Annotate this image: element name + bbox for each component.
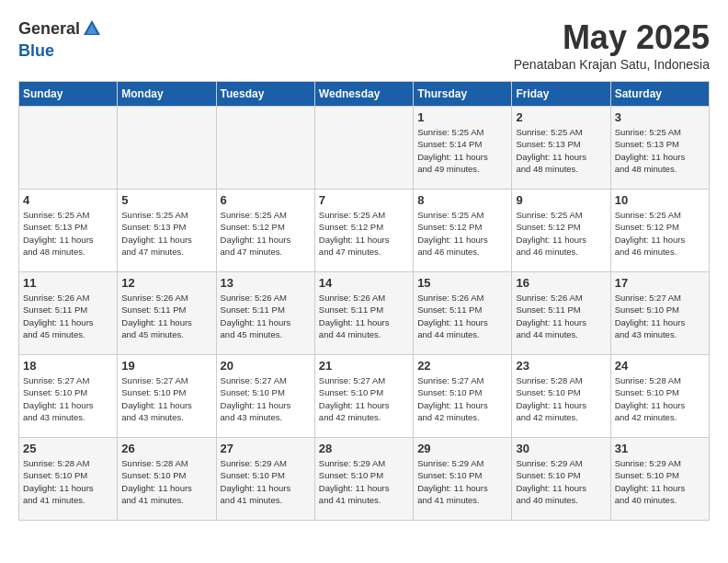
- header-day-monday: Monday: [118, 82, 216, 107]
- calendar-cell: 11Sunrise: 5:26 AMSunset: 5:11 PMDayligh…: [19, 272, 118, 355]
- day-info: Sunrise: 5:29 AMSunset: 5:10 PMDaylight:…: [417, 457, 507, 506]
- day-number: 9: [516, 193, 606, 207]
- calendar-cell: 31Sunrise: 5:29 AMSunset: 5:10 PMDayligh…: [610, 438, 709, 521]
- header-day-friday: Friday: [512, 82, 610, 107]
- day-info: Sunrise: 5:27 AMSunset: 5:10 PMDaylight:…: [417, 374, 507, 423]
- day-info: Sunrise: 5:29 AMSunset: 5:10 PMDaylight:…: [516, 457, 606, 506]
- day-info: Sunrise: 5:27 AMSunset: 5:10 PMDaylight:…: [221, 374, 311, 423]
- week-row-4: 18Sunrise: 5:27 AMSunset: 5:10 PMDayligh…: [19, 355, 710, 438]
- day-number: 31: [615, 442, 705, 455]
- calendar-cell: 26Sunrise: 5:28 AMSunset: 5:10 PMDayligh…: [118, 438, 216, 521]
- calendar-cell: 13Sunrise: 5:26 AMSunset: 5:11 PMDayligh…: [216, 272, 314, 355]
- day-info: Sunrise: 5:27 AMSunset: 5:10 PMDaylight:…: [319, 374, 409, 423]
- header-day-wednesday: Wednesday: [314, 82, 413, 107]
- week-row-1: 1Sunrise: 5:25 AMSunset: 5:14 PMDaylight…: [19, 107, 710, 190]
- logo-icon: [82, 18, 102, 39]
- day-number: 20: [221, 359, 311, 373]
- day-info: Sunrise: 5:26 AMSunset: 5:11 PMDaylight:…: [121, 292, 211, 340]
- page-header: General Blue May 2025 Penataban Krajan S…: [18, 18, 710, 72]
- day-info: Sunrise: 5:27 AMSunset: 5:10 PMDaylight:…: [615, 292, 705, 340]
- day-info: Sunrise: 5:26 AMSunset: 5:11 PMDaylight:…: [221, 292, 311, 340]
- day-number: 1: [417, 110, 507, 124]
- day-info: Sunrise: 5:25 AMSunset: 5:12 PMDaylight:…: [417, 209, 507, 258]
- calendar-cell: 22Sunrise: 5:27 AMSunset: 5:10 PMDayligh…: [414, 355, 512, 438]
- day-number: 2: [516, 110, 606, 124]
- calendar-cell: 10Sunrise: 5:25 AMSunset: 5:12 PMDayligh…: [610, 190, 709, 272]
- day-info: Sunrise: 5:26 AMSunset: 5:11 PMDaylight:…: [516, 292, 606, 340]
- day-info: Sunrise: 5:25 AMSunset: 5:13 PMDaylight:…: [615, 126, 705, 175]
- day-number: 17: [615, 276, 705, 290]
- header-row: SundayMondayTuesdayWednesdayThursdayFrid…: [19, 82, 710, 107]
- calendar-cell: 25Sunrise: 5:28 AMSunset: 5:10 PMDayligh…: [19, 438, 118, 521]
- day-info: Sunrise: 5:25 AMSunset: 5:12 PMDaylight:…: [221, 209, 311, 258]
- day-info: Sunrise: 5:25 AMSunset: 5:13 PMDaylight:…: [121, 209, 211, 258]
- day-info: Sunrise: 5:25 AMSunset: 5:13 PMDaylight:…: [23, 209, 113, 258]
- calendar-cell: [314, 107, 413, 190]
- calendar-cell: 3Sunrise: 5:25 AMSunset: 5:13 PMDaylight…: [610, 107, 709, 190]
- day-number: 14: [319, 276, 409, 290]
- calendar-cell: 29Sunrise: 5:29 AMSunset: 5:10 PMDayligh…: [414, 438, 512, 521]
- calendar-cell: [118, 107, 216, 190]
- week-row-5: 25Sunrise: 5:28 AMSunset: 5:10 PMDayligh…: [19, 438, 710, 521]
- day-number: 29: [417, 442, 507, 455]
- day-info: Sunrise: 5:25 AMSunset: 5:12 PMDaylight:…: [615, 209, 705, 258]
- day-info: Sunrise: 5:29 AMSunset: 5:10 PMDaylight:…: [319, 457, 409, 506]
- calendar-cell: 8Sunrise: 5:25 AMSunset: 5:12 PMDaylight…: [414, 190, 512, 272]
- day-number: 12: [121, 276, 211, 290]
- logo-blue: Blue: [18, 42, 102, 61]
- calendar-cell: 23Sunrise: 5:28 AMSunset: 5:10 PMDayligh…: [512, 355, 610, 438]
- calendar-cell: 15Sunrise: 5:26 AMSunset: 5:11 PMDayligh…: [414, 272, 512, 355]
- calendar-cell: 14Sunrise: 5:26 AMSunset: 5:11 PMDayligh…: [314, 272, 413, 355]
- day-info: Sunrise: 5:28 AMSunset: 5:10 PMDaylight:…: [615, 374, 705, 423]
- day-info: Sunrise: 5:27 AMSunset: 5:10 PMDaylight:…: [23, 374, 113, 423]
- day-info: Sunrise: 5:26 AMSunset: 5:11 PMDaylight:…: [417, 292, 507, 340]
- header-day-sunday: Sunday: [19, 82, 118, 107]
- calendar-cell: [19, 107, 118, 190]
- day-number: 16: [516, 276, 606, 290]
- day-info: Sunrise: 5:26 AMSunset: 5:11 PMDaylight:…: [23, 292, 113, 340]
- day-number: 28: [319, 442, 409, 455]
- calendar-cell: 2Sunrise: 5:25 AMSunset: 5:13 PMDaylight…: [512, 107, 610, 190]
- calendar-cell: 1Sunrise: 5:25 AMSunset: 5:14 PMDaylight…: [414, 107, 512, 190]
- day-number: 4: [23, 193, 113, 207]
- calendar-cell: 27Sunrise: 5:29 AMSunset: 5:10 PMDayligh…: [216, 438, 314, 521]
- calendar-cell: 21Sunrise: 5:27 AMSunset: 5:10 PMDayligh…: [314, 355, 413, 438]
- day-number: 8: [417, 193, 507, 207]
- header-day-tuesday: Tuesday: [216, 82, 314, 107]
- day-number: 26: [121, 442, 211, 455]
- calendar-cell: 24Sunrise: 5:28 AMSunset: 5:10 PMDayligh…: [610, 355, 709, 438]
- calendar-cell: 4Sunrise: 5:25 AMSunset: 5:13 PMDaylight…: [19, 190, 118, 272]
- calendar-cell: 18Sunrise: 5:27 AMSunset: 5:10 PMDayligh…: [19, 355, 118, 438]
- day-number: 13: [221, 276, 311, 290]
- calendar-cell: 9Sunrise: 5:25 AMSunset: 5:12 PMDaylight…: [512, 190, 610, 272]
- calendar-cell: 28Sunrise: 5:29 AMSunset: 5:10 PMDayligh…: [314, 438, 413, 521]
- day-info: Sunrise: 5:25 AMSunset: 5:12 PMDaylight:…: [516, 209, 606, 258]
- day-number: 22: [417, 359, 507, 373]
- day-info: Sunrise: 5:29 AMSunset: 5:10 PMDaylight:…: [615, 457, 705, 506]
- day-number: 3: [615, 110, 705, 124]
- day-info: Sunrise: 5:28 AMSunset: 5:10 PMDaylight:…: [516, 374, 606, 423]
- calendar-cell: [216, 107, 314, 190]
- calendar-cell: 30Sunrise: 5:29 AMSunset: 5:10 PMDayligh…: [512, 438, 610, 521]
- day-number: 7: [319, 193, 409, 207]
- day-number: 11: [23, 276, 113, 290]
- day-info: Sunrise: 5:27 AMSunset: 5:10 PMDaylight:…: [121, 374, 211, 423]
- day-info: Sunrise: 5:26 AMSunset: 5:11 PMDaylight:…: [319, 292, 409, 340]
- day-number: 15: [417, 276, 507, 290]
- month-title: May 2025: [514, 18, 710, 57]
- calendar-cell: 6Sunrise: 5:25 AMSunset: 5:12 PMDaylight…: [216, 190, 314, 272]
- day-info: Sunrise: 5:25 AMSunset: 5:12 PMDaylight:…: [319, 209, 409, 258]
- header-day-saturday: Saturday: [610, 82, 709, 107]
- day-number: 6: [221, 193, 311, 207]
- day-info: Sunrise: 5:25 AMSunset: 5:13 PMDaylight:…: [516, 126, 606, 175]
- header-day-thursday: Thursday: [414, 82, 512, 107]
- title-block: May 2025 Penataban Krajan Satu, Indonesi…: [514, 18, 710, 72]
- week-row-2: 4Sunrise: 5:25 AMSunset: 5:13 PMDaylight…: [19, 190, 710, 272]
- calendar-cell: 19Sunrise: 5:27 AMSunset: 5:10 PMDayligh…: [118, 355, 216, 438]
- logo: General Blue: [18, 18, 102, 60]
- calendar-cell: 5Sunrise: 5:25 AMSunset: 5:13 PMDaylight…: [118, 190, 216, 272]
- week-row-3: 11Sunrise: 5:26 AMSunset: 5:11 PMDayligh…: [19, 272, 710, 355]
- day-number: 5: [121, 193, 211, 207]
- day-info: Sunrise: 5:28 AMSunset: 5:10 PMDaylight:…: [121, 457, 211, 506]
- day-info: Sunrise: 5:28 AMSunset: 5:10 PMDaylight:…: [23, 457, 113, 506]
